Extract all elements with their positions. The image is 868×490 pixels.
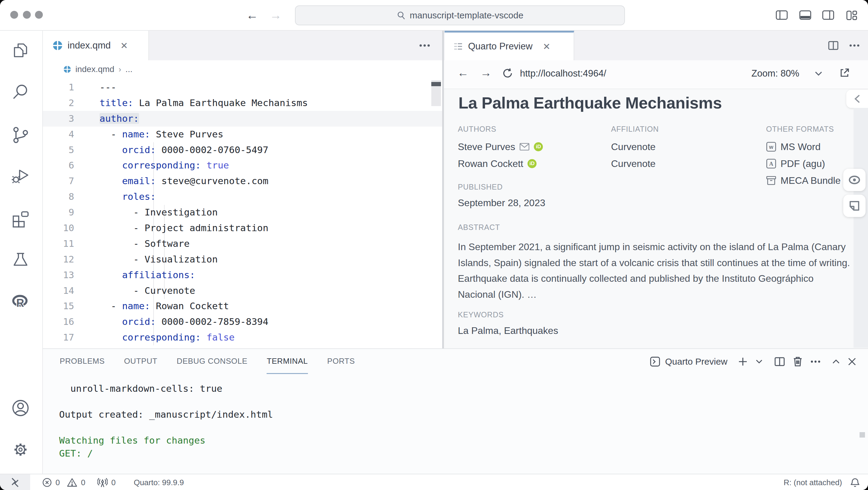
more-actions-icon[interactable] (849, 44, 860, 47)
code-line[interactable]: 2title: La Palma Earthquake Mechanisms (43, 95, 442, 111)
panel-tab-terminal[interactable]: TERMINAL (267, 349, 308, 374)
code-line[interactable]: 4 - name: Steve Purves (43, 127, 442, 142)
panel-tab-ports[interactable]: PORTS (327, 349, 355, 374)
new-terminal-icon[interactable] (738, 357, 747, 366)
code-line[interactable]: 7 email: steve@curvenote.com (43, 173, 442, 189)
explorer-icon[interactable] (10, 40, 31, 61)
reload-icon[interactable] (502, 67, 513, 79)
line-number: 4 (43, 127, 74, 142)
code-line[interactable]: 16 orcid: 0000-0002-7859-8394 (43, 314, 442, 330)
code-editor[interactable]: 1---2title: La Palma Earthquake Mechanis… (43, 78, 442, 348)
code-line[interactable]: 15 - name: Rowan Cockett (43, 298, 442, 314)
tab-quarto-preview[interactable]: Quarto Preview ✕ (444, 31, 574, 60)
code-line[interactable]: 5 orcid: 0000-0002-0760-5497 (43, 142, 442, 158)
testing-icon[interactable] (10, 250, 31, 270)
tab-label: index.qmd (67, 40, 111, 51)
close-tab-icon[interactable]: ✕ (120, 40, 128, 51)
terminal-scrollbar[interactable] (860, 432, 865, 437)
published-section: PUBLISHED September 28, 2023 (458, 183, 545, 208)
tab-index-qmd[interactable]: index.qmd ✕ (43, 31, 149, 60)
close-tab-icon[interactable]: ✕ (543, 41, 550, 52)
chevron-down-icon[interactable] (815, 71, 822, 76)
webview-icon (454, 42, 463, 50)
abstract-label: ABSTRACT (458, 223, 853, 232)
ports-icon[interactable] (97, 478, 108, 487)
toggle-panel-icon[interactable] (799, 10, 811, 20)
panel-tab-problems[interactable]: PROBLEMS (60, 349, 105, 374)
panel-more-actions-icon[interactable] (811, 360, 820, 363)
code-line[interactable]: 10 - Project administration (43, 220, 442, 236)
zoom-level[interactable]: Zoom: 80% (751, 68, 799, 79)
orcid-icon[interactable]: iD (534, 142, 543, 151)
errors-count[interactable]: 0 (56, 478, 60, 487)
warnings-icon[interactable] (67, 478, 77, 487)
code-line[interactable]: 14 - Curvenote (43, 283, 442, 299)
line-number: 14 (43, 283, 74, 299)
maximize-panel-icon[interactable] (832, 359, 840, 364)
format-link[interactable]: APDF (agu) (766, 155, 841, 172)
history-forward-button[interactable]: → (270, 7, 282, 24)
format-link[interactable]: wMS Word (766, 138, 841, 155)
extensions-icon[interactable] (10, 208, 31, 228)
history-back-button[interactable]: ← (246, 7, 258, 24)
source-control-icon[interactable] (10, 125, 31, 145)
preview-back-icon[interactable]: ← (457, 66, 469, 79)
code-line[interactable]: 17 corresponding: false (43, 330, 442, 345)
code-line[interactable]: 8 roles: (43, 189, 442, 205)
zoom-window-button[interactable] (35, 11, 43, 19)
preview-url[interactable]: http://localhost:4964/ (520, 68, 606, 79)
open-external-icon[interactable] (839, 67, 850, 78)
code-line[interactable]: 12 - Visualization (43, 252, 442, 267)
code-line[interactable]: 13 affiliations: (43, 267, 442, 283)
r-status[interactable]: R: (not attached) (783, 478, 842, 487)
code-line[interactable]: 6 corresponding: true (43, 158, 442, 173)
toggle-secondary-sidebar-icon[interactable] (822, 10, 834, 20)
notifications-bell-icon[interactable] (850, 478, 860, 487)
split-editor-icon[interactable] (828, 41, 838, 50)
editor-more-actions-icon[interactable] (419, 31, 430, 60)
eye-icon (848, 175, 861, 185)
terminal-instance[interactable]: Quarto Preview (650, 357, 727, 367)
breadcrumb[interactable]: index.qmd › ... (43, 60, 442, 78)
split-terminal-icon[interactable] (775, 357, 785, 366)
code-line[interactable]: 11 - Software (43, 236, 442, 252)
breadcrumb-file[interactable]: index.qmd (75, 64, 114, 74)
errors-icon[interactable] (42, 478, 52, 487)
remote-indicator[interactable] (0, 474, 30, 490)
warnings-count[interactable]: 0 (81, 478, 85, 487)
terminal-dropdown-icon[interactable] (756, 360, 763, 364)
command-center-search[interactable]: manuscript-template-vscode (295, 5, 625, 25)
line-number: 6 (43, 158, 74, 173)
panel-tab-debug-console[interactable]: DEBUG CONSOLE (177, 349, 248, 374)
run-and-debug-icon[interactable] (10, 166, 31, 186)
preview-forward-icon[interactable]: → (480, 66, 492, 79)
close-panel-icon[interactable] (848, 358, 856, 365)
collapse-sidebar-button[interactable] (846, 90, 868, 108)
note-icon (849, 200, 860, 211)
search-sidebar-icon[interactable] (10, 82, 31, 102)
terminal-line: unroll-markdown-cells: true (43, 382, 868, 395)
breadcrumb-more[interactable]: ... (125, 64, 132, 74)
close-window-button[interactable] (10, 11, 18, 19)
quarto-version[interactable]: Quarto: 99.9.9 (134, 478, 184, 487)
code-line[interactable]: 1--- (43, 79, 442, 95)
settings-gear-icon[interactable] (10, 439, 31, 460)
show-highlights-button[interactable] (843, 169, 866, 191)
minimize-window-button[interactable] (23, 11, 31, 19)
new-note-button[interactable] (843, 195, 866, 217)
format-link[interactable]: MECA Bundle (766, 172, 841, 189)
toggle-primary-sidebar-icon[interactable] (776, 10, 788, 20)
word-icon: w (766, 142, 776, 152)
code-line[interactable]: 3author: (43, 111, 442, 127)
code-line[interactable]: 9 - Investigation (43, 205, 442, 220)
kill-terminal-icon[interactable] (793, 357, 802, 367)
customize-layout-icon[interactable] (846, 10, 858, 20)
ports-count[interactable]: 0 (111, 478, 116, 487)
account-icon[interactable] (10, 398, 31, 418)
r-language-icon[interactable]: R (10, 292, 31, 312)
orcid-icon[interactable]: iD (527, 159, 536, 168)
panel-tab-output[interactable]: OUTPUT (124, 349, 157, 374)
email-icon[interactable] (519, 143, 530, 151)
terminal-output[interactable]: unroll-markdown-cells: true Output creat… (43, 374, 868, 474)
terminal-line: Output created: _manuscript/index.html (43, 408, 868, 421)
